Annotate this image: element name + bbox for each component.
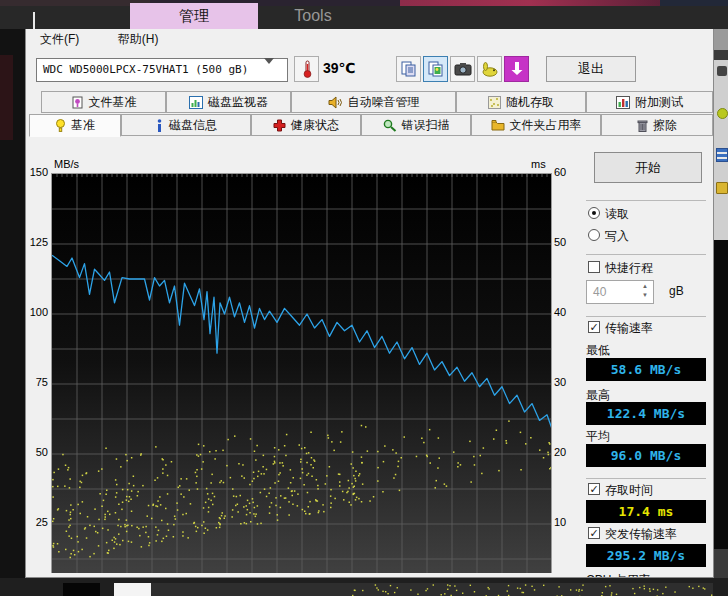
burst-checkbox[interactable]: ✓ [588, 527, 600, 539]
chevron-down-icon [264, 58, 274, 64]
wallpaper-sliver [660, 0, 728, 6]
tab-row-secondary: 文件基准 磁盘监视器 自动噪音管理 [26, 91, 713, 114]
download-button[interactable] [504, 56, 529, 82]
desktop-top-strip: 管理 Tools [0, 0, 728, 29]
tab-label: 基准 [71, 117, 95, 134]
tab-file-benchmark[interactable]: 文件基准 [41, 91, 166, 113]
extra-tests-icon [616, 96, 630, 109]
tab-disk-monitor[interactable]: 磁盘监视器 [166, 91, 291, 113]
health-cross-icon [273, 119, 286, 132]
tab-noise-management[interactable]: 自动噪音管理 [291, 91, 456, 113]
folder-icon [716, 182, 728, 194]
browser-tab-manage[interactable]: 管理 [130, 3, 258, 29]
temperature-button[interactable] [294, 56, 319, 82]
max-value: 122.4 MB/s [586, 402, 706, 425]
short-stroke-label: 快捷行程 [605, 260, 653, 277]
tab-row-primary: 基准 磁盘信息 健康状态 错误扫描 [26, 114, 713, 137]
axis-tick-label: 75 [26, 376, 48, 388]
read-radio[interactable] [588, 207, 600, 219]
database-icon [716, 148, 728, 162]
file-benchmark-icon [71, 96, 84, 109]
info-icon [155, 119, 164, 132]
tab-label: 磁盘信息 [169, 117, 217, 134]
wallpaper-sliver [400, 0, 660, 6]
screenshot-button[interactable] [450, 56, 475, 82]
dot-icon [717, 108, 728, 119]
tab-folder-usage[interactable]: 文件夹占用率 [471, 114, 601, 136]
benchmark-bulb-icon [55, 119, 66, 133]
divider [586, 316, 706, 317]
background-block-light [114, 583, 151, 596]
tab-label: 文件基准 [89, 94, 137, 111]
down-arrow-icon [510, 61, 524, 77]
menu-file[interactable]: 文件(F) [30, 29, 89, 50]
drive-select[interactable]: WDC WD5000LPCX-75VHAT1 (500 gB) [36, 58, 288, 82]
tab-label: 自动噪音管理 [348, 94, 420, 111]
tab-erase[interactable]: 擦除 [601, 114, 713, 136]
axis-tick-label: 150 [26, 166, 48, 178]
wallpaper-sliver [0, 0, 150, 6]
avg-label: 平均 [586, 428, 610, 445]
control-panel: 开始 读取 写入 快捷行程 40 ▲▼ gB ✓ 传输速率 最低 58.6 MB… [561, 144, 713, 578]
camera-icon [454, 62, 472, 76]
read-label[interactable]: 读取 [605, 206, 629, 223]
copy-text-button[interactable] [396, 56, 421, 82]
trash-icon [637, 119, 648, 132]
folder-icon [491, 119, 505, 131]
background-window-dark [714, 240, 728, 549]
benchmark-plot [51, 173, 552, 573]
background-block-dark [63, 583, 100, 596]
temperature-value: 39℃ [323, 60, 356, 76]
exit-button[interactable]: 退出 [546, 56, 636, 82]
tab-random-access[interactable]: 随机存取 [456, 91, 586, 113]
axis-tick-label: 100 [26, 306, 48, 318]
burst-label: 突发传输速率 [605, 526, 677, 543]
divider [586, 478, 706, 479]
browser-tab-tools[interactable]: Tools [258, 3, 368, 29]
axis-tick-label: 25 [26, 516, 48, 528]
transfer-label: 传输速率 [605, 320, 653, 337]
rabbit-icon [481, 62, 498, 77]
background-chart-strip [151, 583, 713, 596]
access-time-label: 存取时间 [605, 482, 653, 499]
access-time-value: 17.4 ms [586, 500, 706, 523]
speed-test-button[interactable] [477, 56, 502, 82]
tab-extra-tests[interactable]: 附加测试 [586, 91, 713, 113]
random-access-icon [488, 96, 501, 109]
tab-health-status[interactable]: 健康状态 [251, 114, 361, 136]
menu-help[interactable]: 帮助(H) [108, 29, 169, 50]
tab-label: 健康状态 [291, 117, 339, 134]
left-axis-unit: MB/s [54, 158, 79, 170]
copy-text-icon [401, 61, 417, 77]
tab-label: 文件夹占用率 [510, 117, 582, 134]
min-label: 最低 [586, 342, 610, 359]
tab-label: 随机存取 [506, 94, 554, 111]
copy-image-button[interactable] [423, 56, 448, 82]
write-radio[interactable] [588, 229, 600, 241]
start-button[interactable]: 开始 [594, 152, 702, 183]
copy-image-icon [428, 61, 444, 77]
avg-value: 96.0 MB/s [586, 444, 706, 467]
tab-label: 擦除 [653, 117, 677, 134]
tab-error-scan[interactable]: 错误扫描 [361, 114, 471, 136]
disk-monitor-icon [189, 96, 203, 109]
right-axis-unit: ms [531, 158, 546, 170]
axis-tick-label: 125 [26, 236, 48, 248]
text-caret [33, 12, 35, 30]
divider [586, 254, 706, 255]
axis-tick-label: 50 [26, 446, 48, 458]
screenshot-root: 管理 Tools 文件(F) 帮助(H) WDC WD5000LPCX-75VH… [0, 0, 728, 596]
spinner-arrows[interactable]: ▲▼ [639, 282, 651, 302]
tab-benchmark[interactable]: 基准 [29, 114, 121, 137]
tab-disk-info[interactable]: 磁盘信息 [121, 114, 251, 136]
hdtune-window: 文件(F) 帮助(H) WDC WD5000LPCX-75VHAT1 (500 … [25, 29, 714, 578]
divider [586, 200, 706, 201]
short-stroke-checkbox[interactable] [588, 261, 600, 273]
speaker-icon [328, 96, 343, 109]
toolbar: WDC WD5000LPCX-75VHAT1 (500 gB) 39℃ [26, 49, 713, 91]
write-label[interactable]: 写入 [605, 228, 629, 245]
capacity-unit: gB [669, 284, 684, 298]
transfer-checkbox[interactable]: ✓ [588, 321, 600, 333]
access-time-checkbox[interactable]: ✓ [588, 483, 600, 495]
thermometer-icon [301, 60, 313, 78]
